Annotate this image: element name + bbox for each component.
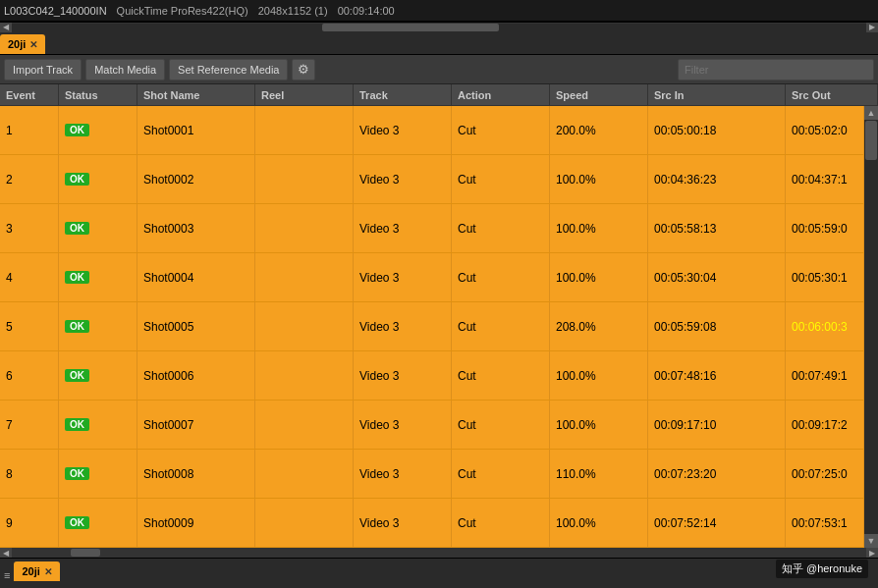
cell-event: 8	[0, 450, 59, 498]
bottom-tab-20ji[interactable]: 20ji ✕	[14, 561, 59, 581]
col-src-out[interactable]: Src Out	[786, 84, 878, 105]
bottom-tab-close-icon[interactable]: ✕	[44, 566, 52, 577]
set-reference-media-button[interactable]: Set Reference Media	[169, 59, 288, 80]
tab-close-icon[interactable]: ✕	[29, 39, 37, 50]
table-row[interactable]: 9 OK Shot0009 Video 3 Cut 100.0% 00:07:5…	[0, 499, 864, 548]
cell-track: Video 3	[354, 204, 452, 252]
tab-label: 20ji	[8, 38, 26, 50]
bottom-tab-label: 20ji	[22, 565, 39, 577]
cell-track: Video 3	[354, 106, 452, 154]
table-row[interactable]: 4 OK Shot0004 Video 3 Cut 100.0% 00:05:3…	[0, 253, 864, 302]
cell-reel	[255, 499, 354, 547]
col-speed[interactable]: Speed	[550, 84, 648, 105]
cell-src-out: 00:06:00:3	[786, 302, 864, 350]
table-row[interactable]: 7 OK Shot0007 Video 3 Cut 100.0% 00:09:1…	[0, 401, 864, 450]
cell-src-out: 00:05:30:1	[786, 253, 864, 301]
cell-event: 6	[0, 351, 59, 400]
col-reel[interactable]: Reel	[255, 84, 354, 105]
cell-reel	[255, 204, 354, 252]
scroll-left-arrow[interactable]: ◀	[0, 23, 12, 32]
col-src-in[interactable]: Src In	[648, 84, 786, 105]
cell-status: OK	[59, 302, 137, 350]
col-status[interactable]: Status	[59, 84, 137, 105]
cell-speed: 100.0%	[550, 155, 648, 203]
cell-status: OK	[59, 450, 137, 498]
column-headers: Event Status Shot Name Reel Track Action…	[0, 84, 878, 106]
cell-shot-name: Shot0004	[137, 253, 255, 301]
cell-reel	[255, 253, 354, 301]
table-row[interactable]: 3 OK Shot0003 Video 3 Cut 100.0% 00:05:5…	[0, 204, 864, 253]
media-resolution: 2048x1152 (1)	[258, 5, 328, 17]
right-scrollbar[interactable]: ▲ ▼	[864, 106, 878, 548]
scroll-up-arrow[interactable]: ▲	[864, 106, 878, 120]
cell-status: OK	[59, 401, 137, 449]
cell-src-out: 00:09:17:2	[786, 401, 864, 449]
ok-badge: OK	[65, 516, 89, 529]
match-media-button[interactable]: Match Media	[85, 59, 165, 80]
cell-track: Video 3	[354, 253, 452, 301]
cell-shot-name: Shot0009	[137, 499, 255, 547]
table-body: 1 OK Shot0001 Video 3 Cut 200.0% 00:05:0…	[0, 106, 864, 548]
top-scrollbar[interactable]: ◀ ▶	[0, 22, 878, 31]
col-shot-name[interactable]: Shot Name	[137, 84, 255, 105]
cell-action: Cut	[452, 106, 550, 154]
cell-src-in: 00:05:59:08	[648, 302, 786, 350]
cell-event: 9	[0, 499, 59, 547]
cell-event: 5	[0, 302, 59, 350]
table-row[interactable]: 1 OK Shot0001 Video 3 Cut 200.0% 00:05:0…	[0, 106, 864, 155]
cell-speed: 208.0%	[550, 302, 648, 350]
scroll-down-arrow[interactable]: ▼	[864, 534, 878, 548]
cell-event: 1	[0, 106, 59, 154]
gear-button[interactable]: ⚙	[292, 59, 315, 80]
cell-status: OK	[59, 106, 137, 154]
bottom-scroll-left[interactable]: ◀	[0, 548, 12, 558]
table-row[interactable]: 6 OK Shot0006 Video 3 Cut 100.0% 00:07:4…	[0, 351, 864, 401]
tab-20ji[interactable]: 20ji ✕	[0, 34, 45, 54]
cell-track: Video 3	[354, 302, 452, 350]
bottom-scroll-thumb[interactable]	[71, 549, 100, 557]
cell-src-in: 00:07:48:16	[648, 351, 786, 400]
top-media-bar: L003C042_140000IN QuickTime ProRes422(HQ…	[0, 0, 878, 22]
cell-action: Cut	[452, 450, 550, 498]
cell-speed: 100.0%	[550, 401, 648, 449]
import-track-button[interactable]: Import Track	[4, 59, 82, 80]
cell-status: OK	[59, 155, 137, 203]
ok-badge: OK	[65, 173, 89, 186]
scroll-v-thumb[interactable]	[865, 121, 877, 160]
cell-speed: 100.0%	[550, 351, 648, 400]
cell-shot-name: Shot0007	[137, 401, 255, 449]
cell-reel	[255, 155, 354, 203]
cell-src-in: 00:07:23:20	[648, 450, 786, 498]
gear-icon: ⚙	[298, 62, 309, 77]
bottom-scroll-bar[interactable]: ◀ ▶	[0, 548, 878, 558]
scroll-right-arrow[interactable]: ▶	[866, 23, 878, 32]
bottom-scroll-right[interactable]: ▶	[866, 548, 878, 558]
cell-status: OK	[59, 204, 137, 252]
cell-event: 2	[0, 155, 59, 203]
cell-src-out: 00:05:59:0	[786, 204, 864, 252]
cell-reel	[255, 401, 354, 449]
col-track[interactable]: Track	[354, 84, 452, 105]
cell-reel	[255, 302, 354, 350]
media-filename: L003C042_140000IN	[4, 5, 107, 17]
ok-badge: OK	[65, 467, 89, 480]
scroll-thumb[interactable]	[322, 24, 499, 31]
bottom-scroll-track[interactable]	[12, 548, 866, 558]
media-duration: 00:09:14:00	[338, 5, 395, 17]
table-row[interactable]: 2 OK Shot0002 Video 3 Cut 100.0% 00:04:3…	[0, 155, 864, 204]
table-row[interactable]: 8 OK Shot0008 Video 3 Cut 110.0% 00:07:2…	[0, 450, 864, 499]
cell-shot-name: Shot0005	[137, 302, 255, 350]
media-codec: QuickTime ProRes422(HQ)	[117, 5, 248, 17]
col-event[interactable]: Event	[0, 84, 59, 105]
cell-src-out: 00:07:53:1	[786, 499, 864, 547]
filter-input[interactable]	[678, 59, 874, 80]
ok-badge: OK	[65, 369, 89, 382]
table-row[interactable]: 5 OK Shot0005 Video 3 Cut 208.0% 00:05:5…	[0, 302, 864, 351]
cell-action: Cut	[452, 155, 550, 203]
cell-speed: 100.0%	[550, 253, 648, 301]
toolbar: Import Track Match Media Set Reference M…	[0, 55, 878, 84]
cell-event: 7	[0, 401, 59, 449]
cell-event: 3	[0, 204, 59, 252]
scroll-track[interactable]	[864, 120, 878, 534]
col-action[interactable]: Action	[452, 84, 550, 105]
